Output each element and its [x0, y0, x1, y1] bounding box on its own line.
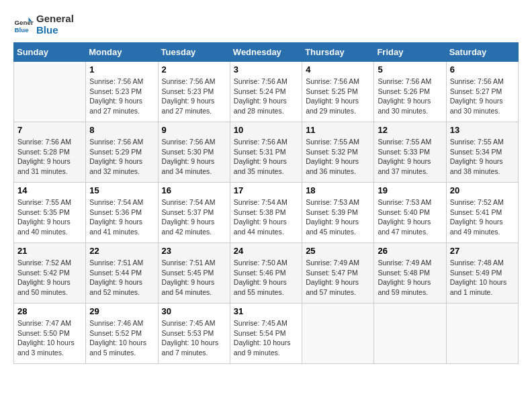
day-number: 22: [89, 246, 154, 256]
day-content: Sunrise: 7:55 AM Sunset: 5:32 PM Dayligh…: [306, 137, 370, 177]
calendar-week-row: 21Sunrise: 7:52 AM Sunset: 5:42 PM Dayli…: [14, 243, 519, 304]
calendar-cell: 15Sunrise: 7:54 AM Sunset: 5:36 PM Dayli…: [86, 183, 158, 243]
day-number: 7: [17, 125, 82, 135]
day-number: 4: [306, 64, 370, 75]
calendar-cell: 6Sunrise: 7:56 AM Sunset: 5:27 PM Daylig…: [446, 62, 518, 122]
calendar-cell: 20Sunrise: 7:52 AM Sunset: 5:41 PM Dayli…: [446, 183, 518, 243]
calendar-week-row: 7Sunrise: 7:56 AM Sunset: 5:28 PM Daylig…: [14, 122, 519, 183]
svg-text:General: General: [15, 19, 34, 26]
day-number: 20: [450, 185, 515, 195]
day-number: 25: [306, 246, 370, 256]
day-number: 11: [306, 125, 370, 135]
day-number: 13: [450, 125, 515, 135]
day-content: Sunrise: 7:50 AM Sunset: 5:46 PM Dayligh…: [234, 258, 298, 298]
day-number: 14: [17, 185, 82, 195]
day-number: 10: [234, 125, 298, 135]
calendar-week-row: 28Sunrise: 7:47 AM Sunset: 5:50 PM Dayli…: [14, 304, 519, 364]
day-number: 26: [378, 246, 442, 256]
calendar-cell: 13Sunrise: 7:55 AM Sunset: 5:34 PM Dayli…: [446, 122, 518, 183]
header-day-wednesday: Wednesday: [230, 43, 302, 62]
header-day-friday: Friday: [374, 43, 446, 62]
day-number: 27: [450, 246, 515, 256]
day-content: Sunrise: 7:56 AM Sunset: 5:25 PM Dayligh…: [306, 77, 370, 116]
calendar-cell: 4Sunrise: 7:56 AM Sunset: 5:25 PM Daylig…: [302, 62, 374, 122]
day-content: Sunrise: 7:45 AM Sunset: 5:53 PM Dayligh…: [162, 318, 226, 358]
calendar-cell: 28Sunrise: 7:47 AM Sunset: 5:50 PM Dayli…: [14, 304, 86, 364]
day-content: Sunrise: 7:56 AM Sunset: 5:28 PM Dayligh…: [17, 137, 82, 177]
calendar-cell: 5Sunrise: 7:56 AM Sunset: 5:26 PM Daylig…: [374, 62, 446, 122]
day-number: 18: [306, 185, 370, 195]
calendar-cell: 27Sunrise: 7:48 AM Sunset: 5:49 PM Dayli…: [446, 243, 518, 304]
day-number: 1: [89, 64, 154, 75]
calendar-cell: [374, 304, 446, 364]
day-number: 24: [234, 246, 298, 256]
day-content: Sunrise: 7:56 AM Sunset: 5:27 PM Dayligh…: [450, 77, 515, 116]
calendar-cell: 24Sunrise: 7:50 AM Sunset: 5:46 PM Dayli…: [230, 243, 302, 304]
calendar-week-row: 1Sunrise: 7:56 AM Sunset: 5:23 PM Daylig…: [14, 62, 519, 122]
calendar-cell: 12Sunrise: 7:55 AM Sunset: 5:33 PM Dayli…: [374, 122, 446, 183]
day-number: 8: [89, 125, 154, 135]
day-content: Sunrise: 7:56 AM Sunset: 5:30 PM Dayligh…: [162, 137, 226, 177]
day-content: Sunrise: 7:56 AM Sunset: 5:24 PM Dayligh…: [234, 77, 298, 116]
header-day-tuesday: Tuesday: [158, 43, 230, 62]
calendar-cell: 17Sunrise: 7:54 AM Sunset: 5:38 PM Dayli…: [230, 183, 302, 243]
calendar-cell: 9Sunrise: 7:56 AM Sunset: 5:30 PM Daylig…: [158, 122, 230, 183]
day-content: Sunrise: 7:45 AM Sunset: 5:54 PM Dayligh…: [234, 318, 298, 358]
header-day-saturday: Saturday: [446, 43, 518, 62]
day-number: 19: [378, 185, 442, 195]
header: General Blue General Blue: [13, 13, 519, 36]
day-number: 29: [89, 306, 154, 316]
day-content: Sunrise: 7:56 AM Sunset: 5:23 PM Dayligh…: [89, 77, 154, 116]
header-day-thursday: Thursday: [302, 43, 374, 62]
day-number: 9: [162, 125, 226, 135]
header-day-monday: Monday: [86, 43, 158, 62]
day-number: 15: [89, 185, 154, 195]
day-content: Sunrise: 7:49 AM Sunset: 5:48 PM Dayligh…: [378, 258, 442, 298]
day-number: 2: [162, 64, 226, 75]
day-content: Sunrise: 7:53 AM Sunset: 5:39 PM Dayligh…: [306, 197, 370, 237]
header-day-sunday: Sunday: [14, 43, 86, 62]
calendar-cell: 14Sunrise: 7:55 AM Sunset: 5:35 PM Dayli…: [14, 183, 86, 243]
day-content: Sunrise: 7:55 AM Sunset: 5:34 PM Dayligh…: [450, 137, 515, 177]
day-content: Sunrise: 7:55 AM Sunset: 5:33 PM Dayligh…: [378, 137, 442, 177]
svg-text:Blue: Blue: [15, 26, 30, 33]
calendar-cell: 1Sunrise: 7:56 AM Sunset: 5:23 PM Daylig…: [86, 62, 158, 122]
calendar-cell: 26Sunrise: 7:49 AM Sunset: 5:48 PM Dayli…: [374, 243, 446, 304]
calendar-cell: 21Sunrise: 7:52 AM Sunset: 5:42 PM Dayli…: [14, 243, 86, 304]
day-content: Sunrise: 7:48 AM Sunset: 5:49 PM Dayligh…: [450, 258, 515, 298]
calendar-week-row: 14Sunrise: 7:55 AM Sunset: 5:35 PM Dayli…: [14, 183, 519, 243]
day-content: Sunrise: 7:46 AM Sunset: 5:52 PM Dayligh…: [89, 318, 154, 358]
calendar-cell: 18Sunrise: 7:53 AM Sunset: 5:39 PM Dayli…: [302, 183, 374, 243]
day-number: 30: [162, 306, 226, 316]
calendar-cell: 23Sunrise: 7:51 AM Sunset: 5:45 PM Dayli…: [158, 243, 230, 304]
day-number: 21: [17, 246, 82, 256]
day-content: Sunrise: 7:51 AM Sunset: 5:44 PM Dayligh…: [89, 258, 154, 298]
day-content: Sunrise: 7:56 AM Sunset: 5:29 PM Dayligh…: [89, 137, 154, 177]
calendar-cell: 16Sunrise: 7:54 AM Sunset: 5:37 PM Dayli…: [158, 183, 230, 243]
calendar-cell: 19Sunrise: 7:53 AM Sunset: 5:40 PM Dayli…: [374, 183, 446, 243]
calendar-cell: 11Sunrise: 7:55 AM Sunset: 5:32 PM Dayli…: [302, 122, 374, 183]
day-content: Sunrise: 7:56 AM Sunset: 5:31 PM Dayligh…: [234, 137, 298, 177]
day-number: 16: [162, 185, 226, 195]
logo-general: General: [36, 13, 74, 25]
calendar-table: SundayMondayTuesdayWednesdayThursdayFrid…: [13, 42, 519, 364]
calendar-cell: 22Sunrise: 7:51 AM Sunset: 5:44 PM Dayli…: [86, 243, 158, 304]
day-number: 31: [234, 306, 298, 316]
day-content: Sunrise: 7:49 AM Sunset: 5:47 PM Dayligh…: [306, 258, 370, 298]
calendar-cell: 7Sunrise: 7:56 AM Sunset: 5:28 PM Daylig…: [14, 122, 86, 183]
day-number: 6: [450, 64, 515, 75]
calendar-cell: 29Sunrise: 7:46 AM Sunset: 5:52 PM Dayli…: [86, 304, 158, 364]
logo: General Blue General Blue: [13, 13, 74, 36]
day-number: 5: [378, 64, 442, 75]
calendar-cell: 2Sunrise: 7:56 AM Sunset: 5:23 PM Daylig…: [158, 62, 230, 122]
day-content: Sunrise: 7:56 AM Sunset: 5:23 PM Dayligh…: [162, 77, 226, 116]
day-content: Sunrise: 7:56 AM Sunset: 5:26 PM Dayligh…: [378, 77, 442, 116]
calendar-cell: 30Sunrise: 7:45 AM Sunset: 5:53 PM Dayli…: [158, 304, 230, 364]
logo-blue: Blue: [36, 25, 74, 36]
day-number: 12: [378, 125, 442, 135]
day-content: Sunrise: 7:55 AM Sunset: 5:35 PM Dayligh…: [17, 197, 82, 237]
day-content: Sunrise: 7:54 AM Sunset: 5:36 PM Dayligh…: [89, 197, 154, 237]
calendar-cell: [446, 304, 518, 364]
day-number: 3: [234, 64, 298, 75]
day-number: 23: [162, 246, 226, 256]
